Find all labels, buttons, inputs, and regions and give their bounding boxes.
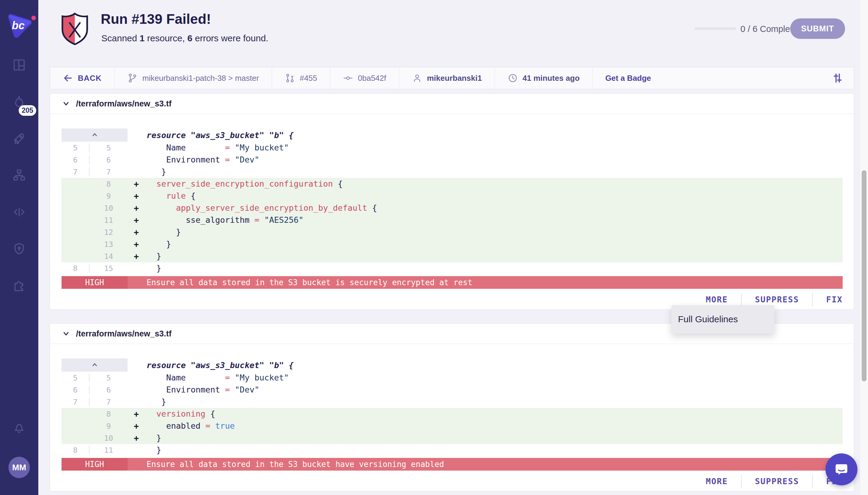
code-line: 77 } (62, 166, 843, 178)
chevron-down-icon (63, 101, 69, 106)
code-line: 77 } (62, 396, 843, 408)
old-line-number: 8 (62, 264, 89, 273)
code-text: } (145, 444, 161, 456)
get-a-badge-label: Get a Badge (605, 73, 651, 83)
scrollbar-thumb[interactable] (862, 170, 867, 381)
branch-chip: mikeurbanski1-patch-38 > master (115, 67, 272, 89)
code-text: Name = "My bucket" (145, 372, 289, 384)
back-label: BACK (78, 73, 102, 83)
commit-icon (343, 73, 353, 83)
collapse-button[interactable] (62, 358, 128, 372)
code-line: 9+ rule { (62, 190, 843, 202)
sidebar-item-resources[interactable] (12, 168, 26, 182)
diff-sign: + (128, 409, 145, 419)
pull-request-chip: #455 (272, 67, 330, 89)
old-line-number: 6 (62, 156, 89, 164)
code-line: 13+ } (62, 238, 843, 250)
resource-declaration: resource "aws_s3_bucket" "b" { (145, 131, 294, 140)
diff-sign: + (128, 215, 145, 225)
commit-chip: 0ba542f (330, 67, 399, 89)
severity-bar: HIGH Ensure all data stored in the S3 bu… (62, 458, 843, 471)
code-line: 66 Environment = "Dev" (62, 154, 843, 166)
logo-notification-dot (31, 16, 36, 20)
code-line: 12+ } (62, 226, 843, 238)
filter-button[interactable] (821, 67, 854, 89)
code-text: } (145, 432, 161, 444)
submit-button[interactable]: SUBMIT (790, 18, 845, 39)
finding-card: /terraform/aws/new_s3.tf resource "aws_s… (50, 323, 854, 491)
diff-sign: + (128, 421, 145, 431)
code-line: 815 } (62, 262, 843, 274)
severity-bar: HIGH Ensure all data stored in the S3 bu… (62, 276, 843, 289)
brand-logo[interactable]: bc (5, 12, 33, 39)
collapse-up-icon (92, 133, 98, 137)
diff-sign: + (128, 191, 145, 201)
code-header-row: resource "aws_s3_bucket" "b" { (62, 129, 843, 142)
severity-badge: HIGH (62, 276, 128, 289)
diff-sign: + (128, 252, 145, 261)
sidebar-item-notifications[interactable] (12, 420, 26, 434)
code-text: Name = "My bucket" (145, 142, 289, 154)
dashboard-icon (12, 58, 26, 72)
code-line: 55 Name = "My bucket" (62, 372, 843, 384)
user-avatar[interactable]: MM (9, 457, 30, 478)
new-line-number: 8 (89, 410, 128, 419)
finding-actions: MORE SUPPRESS FIX (50, 471, 854, 492)
sidebar-item-security[interactable] (12, 242, 26, 256)
new-line-number: 12 (89, 228, 128, 237)
code-text: versioning { (145, 408, 215, 420)
sidebar-item-dashboard[interactable] (12, 58, 26, 72)
commit-label: 0ba542f (358, 73, 386, 83)
sidebar-item-launch[interactable] (12, 132, 26, 146)
code-text: } (145, 250, 161, 262)
new-line-number: 7 (89, 398, 128, 406)
code-text: } (145, 396, 166, 408)
code-text: server_side_encryption_configuration { (145, 178, 343, 190)
launch-icon (12, 132, 26, 146)
code-text: apply_server_side_encryption_by_default … (145, 202, 377, 214)
new-line-number: 10 (89, 204, 128, 212)
new-line-number: 5 (89, 374, 128, 382)
page-title: Run #139 Failed! (101, 11, 211, 27)
pull-request-label: #455 (300, 73, 317, 83)
chat-launcher-button[interactable] (825, 454, 857, 485)
security-icon (12, 242, 26, 256)
code-header-row: resource "aws_s3_bucket" "b" { (62, 358, 843, 372)
suppress-button[interactable]: SUPPRESS (741, 293, 812, 306)
code-line: 10+ } (62, 432, 843, 444)
more-button[interactable]: MORE (692, 293, 741, 306)
code-line: 8+ server_side_encryption_configuration … (62, 178, 843, 190)
code-text: enabled = true (145, 420, 235, 432)
suppress-button[interactable]: SUPPRESS (741, 475, 812, 488)
full-guidelines-menu-item[interactable]: Full Guidelines (671, 314, 774, 324)
run-toolbar: BACK mikeurbanski1-patch-38 > master #45… (50, 67, 854, 89)
fix-button[interactable]: FIX (812, 293, 843, 306)
more-button[interactable]: MORE (692, 475, 741, 488)
collapse-button[interactable] (62, 129, 128, 142)
code-line: 11+ sse_algorithm = "AES256" (62, 214, 843, 226)
new-line-number: 11 (89, 446, 128, 455)
file-header[interactable]: /terraform/aws/new_s3.tf (50, 94, 854, 114)
resources-icon (12, 168, 26, 182)
chevron-down-icon (63, 331, 69, 336)
code-text: sse_algorithm = "AES256" (145, 214, 303, 226)
code-lines: 55 Name = "My bucket"66 Environment = "D… (62, 142, 843, 274)
code-line: 55 Name = "My bucket" (62, 142, 843, 154)
user-icon (412, 73, 422, 83)
pull-request-icon (285, 73, 295, 83)
code-line: 811 } (62, 444, 843, 456)
more-menu: Full Guidelines (671, 305, 774, 334)
user-chip: mikeurbanski1 (399, 67, 495, 89)
notifications-icon (12, 420, 26, 434)
sidebar-item-code[interactable] (12, 205, 26, 219)
back-button[interactable]: BACK (50, 67, 115, 89)
code-lines: 55 Name = "My bucket"66 Environment = "D… (62, 372, 843, 456)
finding-card: /terraform/aws/new_s3.tf resource "aws_s… (50, 93, 854, 310)
code-text: } (145, 238, 171, 250)
code-text: Environment = "Dev" (145, 154, 260, 166)
diff-sign: + (128, 227, 145, 237)
sidebar-item-integrations[interactable] (12, 278, 26, 293)
old-line-number: 5 (62, 374, 89, 382)
code-text: rule { (145, 190, 196, 202)
get-a-badge-button[interactable]: Get a Badge (592, 67, 664, 89)
